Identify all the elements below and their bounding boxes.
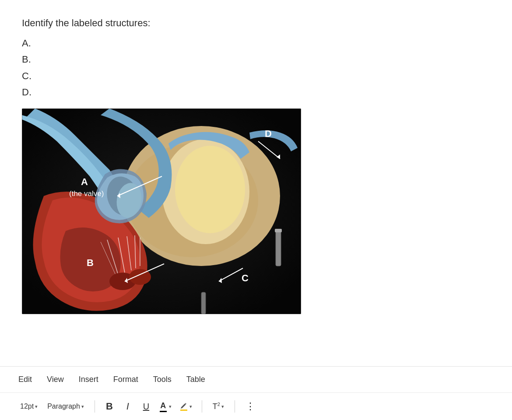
- underline-button[interactable]: U: [139, 399, 154, 414]
- svg-rect-17: [201, 292, 206, 314]
- svg-text:B: B: [87, 257, 94, 268]
- pencil-icon: [180, 402, 187, 409]
- italic-button[interactable]: I: [120, 399, 135, 414]
- superscript-chevron: ▾: [221, 404, 224, 410]
- toolbar-divider-1: [95, 400, 95, 413]
- superscript-label: T2: [213, 402, 220, 411]
- heart-image: A (the valve) B C D: [22, 108, 301, 314]
- font-color-label: A: [160, 401, 166, 410]
- svg-rect-16: [275, 229, 282, 232]
- paragraph-style-value: Paragraph: [47, 402, 80, 410]
- heart-image-container: A (the valve) B C D: [22, 108, 490, 314]
- highlight-button[interactable]: ▾: [178, 400, 195, 413]
- font-size-value: 12pt: [20, 402, 34, 410]
- menu-insert[interactable]: Insert: [78, 373, 99, 386]
- menu-tools[interactable]: Tools: [152, 373, 172, 386]
- bold-button[interactable]: B: [102, 399, 117, 414]
- font-size-selector[interactable]: 12pt ▾: [18, 401, 40, 412]
- more-icon: ⋮: [245, 401, 256, 412]
- font-color-chevron: ▾: [169, 404, 172, 410]
- answer-a: A.: [22, 35, 490, 51]
- highlight-underline: [180, 410, 187, 411]
- answer-b: B.: [22, 51, 490, 67]
- question-text: Identify the labeled structures:: [22, 18, 490, 29]
- menu-view[interactable]: View: [46, 373, 65, 386]
- answer-list: A. B. C. D.: [22, 35, 490, 101]
- answer-d: D.: [22, 84, 490, 100]
- font-color-button[interactable]: A ▾: [157, 399, 174, 414]
- more-options-button[interactable]: ⋮: [242, 399, 259, 414]
- svg-rect-15: [276, 231, 281, 266]
- svg-point-4: [175, 146, 245, 233]
- toolbar-bottom: Edit View Insert Format Tools Table 12pt…: [0, 366, 512, 420]
- svg-text:D: D: [265, 128, 272, 139]
- menu-format[interactable]: Format: [112, 373, 139, 386]
- svg-text:A: A: [81, 176, 88, 187]
- superscript-button[interactable]: T2 ▾: [209, 400, 228, 413]
- font-size-chevron: ▾: [35, 404, 38, 410]
- answer-c: C.: [22, 68, 490, 84]
- menu-table[interactable]: Table: [186, 373, 206, 386]
- svg-text:(the valve): (the valve): [69, 189, 104, 198]
- paragraph-chevron: ▾: [81, 404, 84, 410]
- format-toolbar: 12pt ▾ Paragraph ▾ B I U A ▾: [0, 393, 512, 420]
- paragraph-style-selector[interactable]: Paragraph ▾: [44, 401, 88, 412]
- toolbar-divider-2: [202, 400, 202, 413]
- menu-bar: Edit View Insert Format Tools Table: [0, 367, 512, 393]
- svg-text:C: C: [242, 273, 249, 284]
- highlight-chevron: ▾: [189, 404, 192, 410]
- font-color-underline: [160, 411, 167, 412]
- toolbar-divider-3: [235, 400, 235, 413]
- editor-content: Identify the labeled structures: A. B. C…: [0, 0, 512, 366]
- menu-edit[interactable]: Edit: [18, 373, 33, 386]
